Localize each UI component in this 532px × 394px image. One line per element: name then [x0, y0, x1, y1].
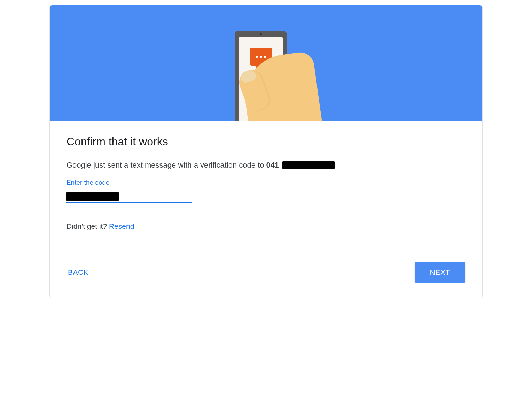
- hero-banner: [50, 5, 482, 121]
- description: Google just sent a text message with a v…: [66, 161, 466, 170]
- page-title: Confirm that it works: [66, 135, 466, 148]
- back-button[interactable]: BACK: [66, 265, 90, 279]
- phone-prefix: 041: [266, 161, 279, 170]
- content-area: Confirm that it works Google just sent a…: [50, 121, 482, 298]
- actions-row: BACK NEXT: [66, 262, 466, 283]
- code-input-wrap[interactable]: [66, 192, 199, 203]
- description-text: Google just sent a text message with a v…: [66, 161, 264, 170]
- next-button[interactable]: NEXT: [415, 262, 466, 283]
- phone-in-hand-illustration: [228, 21, 304, 121]
- resend-prompt: Didn't get it?: [66, 222, 107, 230]
- resend-link[interactable]: Resend: [109, 222, 134, 230]
- phone-redacted: [282, 161, 335, 169]
- resend-row: Didn't get it? Resend: [66, 222, 466, 231]
- code-input-label: Enter the code: [66, 179, 466, 186]
- verification-card: Confirm that it works Google just sent a…: [49, 5, 483, 298]
